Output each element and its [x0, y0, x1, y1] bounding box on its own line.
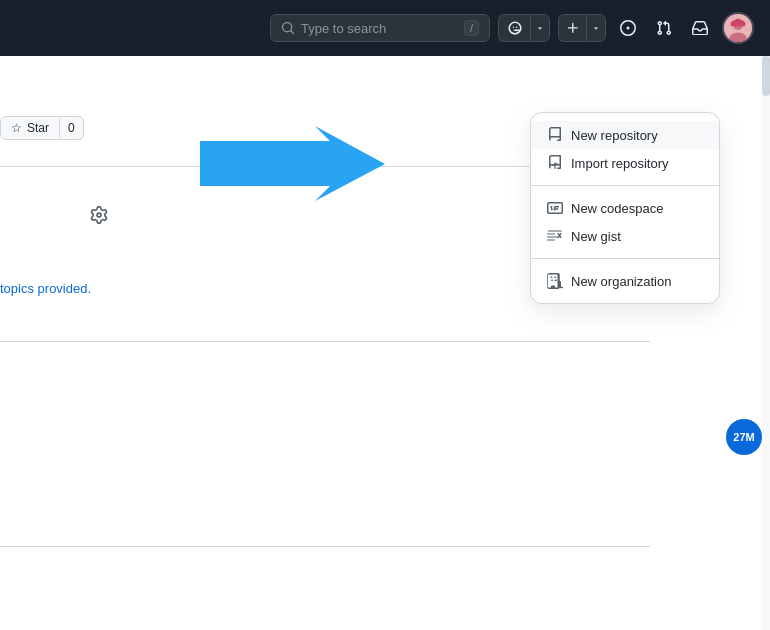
import-icon: [547, 155, 563, 171]
star-count[interactable]: 0: [60, 116, 84, 140]
repo-icon: [547, 127, 563, 143]
pr-button[interactable]: [650, 14, 678, 42]
gist-icon: [547, 228, 563, 244]
create-btn-group: [558, 14, 606, 42]
new-gist-label: New gist: [571, 229, 621, 244]
dropdown-new-organization[interactable]: New organization: [531, 267, 719, 295]
svg-marker-3: [200, 126, 385, 201]
search-kbd: /: [464, 20, 479, 36]
star-button[interactable]: ☆ Star: [0, 116, 60, 140]
import-repository-label: Import repository: [571, 156, 669, 171]
create-button[interactable]: [558, 14, 586, 42]
divider-3: [0, 546, 650, 547]
org-icon: [547, 273, 563, 289]
new-codespace-label: New codespace: [571, 201, 664, 216]
scrollbar-track: [762, 56, 770, 630]
badge-27m: 27M: [726, 419, 762, 455]
star-icon: ☆: [11, 121, 22, 135]
search-icon: [281, 21, 295, 35]
dropdown-new-repository[interactable]: New repository: [531, 121, 719, 149]
dropdown-new-gist[interactable]: New gist: [531, 222, 719, 250]
divider-2: [0, 341, 650, 342]
navbar: Type to search /: [0, 0, 770, 56]
search-placeholder: Type to search: [301, 21, 386, 36]
create-dropdown[interactable]: [586, 14, 606, 42]
copilot-btn-group: [498, 14, 550, 42]
copilot-button[interactable]: [498, 14, 530, 42]
codespace-icon: [547, 200, 563, 216]
main-content: ☆ Star 0 topics provided. New repository: [0, 56, 770, 630]
dropdown-new-codespace[interactable]: New codespace: [531, 194, 719, 222]
star-label: Star: [27, 121, 49, 135]
search-bar[interactable]: Type to search /: [270, 14, 490, 42]
new-organization-label: New organization: [571, 274, 671, 289]
gear-button[interactable]: [90, 206, 108, 224]
inbox-button[interactable]: [686, 14, 714, 42]
topics-label: topics provided.: [0, 281, 91, 296]
dropdown-divider-1: [531, 185, 719, 186]
no-topics-text: topics provided.: [0, 281, 91, 296]
star-area: ☆ Star 0: [0, 116, 84, 140]
dropdown-menu: New repository Import repository New cod…: [530, 112, 720, 304]
dropdown-divider-2: [531, 258, 719, 259]
issues-button[interactable]: [614, 14, 642, 42]
new-repository-label: New repository: [571, 128, 658, 143]
dropdown-import-repository[interactable]: Import repository: [531, 149, 719, 177]
arrow-pointer: [200, 126, 400, 206]
copilot-dropdown[interactable]: [530, 14, 550, 42]
scrollbar-thumb[interactable]: [762, 56, 770, 96]
avatar[interactable]: [722, 12, 754, 44]
